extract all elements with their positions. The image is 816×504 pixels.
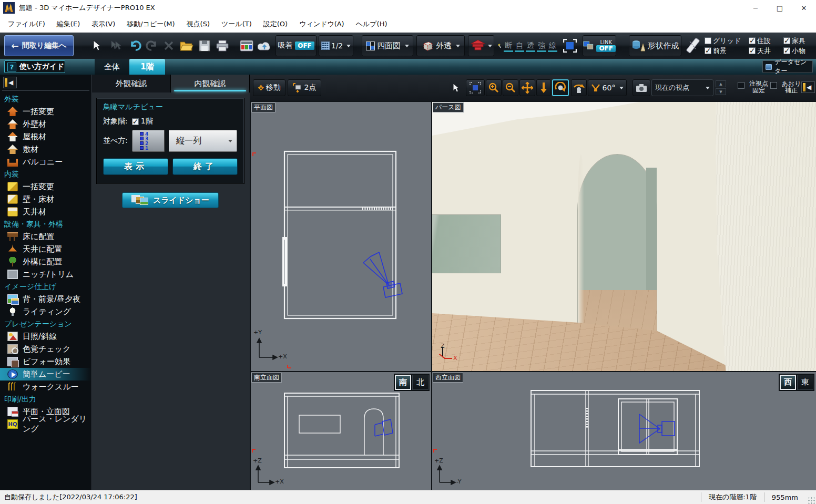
sidebar-item-balcony[interactable]: バルコニー [0, 156, 91, 168]
snap-toggle-button[interactable]: 吸着 OFF [276, 35, 317, 56]
sidebar-item-exterior-batch-change[interactable]: 一括変更 [0, 105, 91, 118]
menu-edit[interactable]: 編集(E) [51, 16, 86, 33]
slideshow-button[interactable]: スライドショー [122, 192, 219, 208]
cloud-upload-button[interactable] [256, 35, 273, 56]
north-button[interactable]: 北 [412, 375, 429, 390]
tab-exterior-check[interactable]: 外観確認 [92, 75, 171, 92]
tab-first-floor[interactable]: 1階 [129, 59, 165, 75]
rotate-view-button[interactable] [552, 79, 569, 96]
tilt-camera-button[interactable] [571, 79, 587, 96]
fix-target-checkbox[interactable]: 注視点固定 [738, 80, 771, 94]
sidebar-item-ceiling-material[interactable]: 天井材 [0, 205, 91, 218]
open-file-button[interactable] [178, 35, 196, 56]
sidebar-item-color-vision-check[interactable]: 色覚チェック [0, 343, 91, 355]
delete-button[interactable] [160, 35, 178, 56]
viewpoint-stepper[interactable]: ▲▼ [715, 79, 727, 96]
grid-scale-dropdown[interactable]: 1/2 [319, 35, 353, 56]
print-button[interactable] [213, 35, 231, 56]
toggle-foreground[interactable]: 前景 [705, 46, 749, 56]
sidebar-item-background-foreground[interactable]: 背・前景/昼夕夜 [0, 293, 91, 305]
move-down-button[interactable] [536, 79, 551, 96]
sidebar-item-interior-batch-change[interactable]: 一括変更 [0, 180, 91, 193]
sidebar-item-sunlight-diagonal[interactable]: 日照/斜線 [0, 330, 91, 343]
usage-guide-button[interactable]: ? 使い方ガイド [4, 60, 65, 73]
target-floor-checkbox[interactable]: 1階 [132, 117, 153, 126]
viewport-south-elevation[interactable]: 南立面図 南 北 [251, 372, 431, 490]
zoom-in-button[interactable] [486, 79, 502, 96]
see-through-dropdown[interactable]: 外透 [416, 35, 465, 56]
right-panel-collapse-button[interactable]: ◀ [801, 81, 815, 93]
viewport-plan[interactable]: 平面図 [251, 102, 431, 371]
back-to-floorplan-button[interactable]: ← 間取り編集へ [4, 35, 74, 56]
menu-help[interactable]: ヘルプ(H) [350, 16, 393, 33]
section-toggle-tou[interactable]: 透 [526, 40, 535, 52]
redo-button[interactable] [143, 35, 161, 56]
shape-create-button[interactable]: 形状作成 [629, 35, 681, 56]
show-button[interactable]: 表示 [103, 158, 168, 175]
sidebar-item-place-on-floor[interactable]: 床に配置 [0, 230, 91, 243]
menu-view[interactable]: 表示(V) [86, 16, 121, 33]
toggle-fixtures[interactable]: 住設 [749, 36, 783, 46]
tab-whole-building[interactable]: 全体 [95, 59, 129, 75]
two-point-button[interactable]: 2点 [288, 79, 321, 96]
section-toggle-kyou[interactable]: 強 [537, 40, 546, 52]
close-button[interactable]: ✕ [792, 0, 816, 16]
section-toggle-dan[interactable]: 断 [504, 40, 513, 52]
pan-button[interactable] [519, 79, 535, 96]
sidebar-item-exterior-wall-material[interactable]: 外壁材 [0, 118, 91, 130]
measure-button[interactable] [684, 35, 701, 56]
multi-select-tool-button[interactable] [107, 35, 125, 56]
south-button[interactable]: 南 [395, 375, 411, 390]
move-camera-button[interactable]: ✥ 移動 [253, 79, 285, 96]
sidebar-item-paving-material[interactable]: 敷材 [0, 143, 91, 156]
east-button[interactable]: 東 [797, 375, 813, 390]
roof-display-dropdown[interactable] [468, 35, 494, 56]
sidebar-item-lighting[interactable]: ライティング [0, 305, 91, 318]
link-toggle-button[interactable]: LINK OFF [583, 35, 616, 56]
section-toggle-sen[interactable]: 線 [548, 40, 557, 52]
menu-move-copy[interactable]: 移動/コピー(M) [121, 16, 180, 33]
sidebar-item-perspective-rendering[interactable]: HQパース・レンダリング [0, 418, 91, 430]
undo-button[interactable] [126, 35, 144, 56]
save-button[interactable] [196, 35, 213, 56]
sidebar-item-before-effect[interactable]: ビフォー効果 [0, 355, 91, 368]
sidebar-item-place-on-ceiling[interactable]: 天井に配置 [0, 243, 91, 255]
sidebar-item-niche-trim[interactable]: ニッチ/トリム [0, 268, 91, 281]
resize-grip[interactable] [808, 497, 815, 504]
tilt-correction-checkbox[interactable]: あおり補正 [770, 80, 803, 94]
toggle-furniture[interactable]: 家具 [783, 36, 816, 46]
data-center-button[interactable]: データセンター [762, 60, 813, 73]
capture-viewpoint-button[interactable] [633, 79, 650, 96]
menu-file[interactable]: ファイル(F) [2, 16, 51, 33]
zoom-out-button[interactable] [503, 79, 518, 96]
viewport-west-elevation[interactable]: 西立面図 西 東 [432, 372, 816, 490]
viewpoint-dropdown[interactable]: 現在の視点 [651, 79, 713, 96]
toggle-accessories[interactable]: 小物 [783, 46, 816, 56]
sidebar-item-roof-material[interactable]: 屋根材 [0, 130, 91, 143]
select-tool-button[interactable] [88, 35, 106, 56]
view-angle-dropdown[interactable]: 60° [588, 79, 627, 96]
fit-view-button[interactable] [466, 79, 485, 96]
sidebar-collapse-button[interactable]: ◀ [3, 77, 17, 88]
menu-settings[interactable]: 設定(O) [258, 16, 293, 33]
menu-viewpoint[interactable]: 視点(S) [181, 16, 216, 33]
west-button[interactable]: 西 [780, 375, 796, 390]
sidebar-item-easy-movie[interactable]: 簡単ムービー [0, 368, 91, 380]
tab-interior-check[interactable]: 内観確認 [171, 75, 250, 92]
sidebar-item-walkthrough[interactable]: ウォークスルー [0, 380, 91, 393]
toggle-grid[interactable]: グリッド [705, 36, 749, 46]
maximize-button[interactable]: □ [768, 0, 792, 16]
four-view-dropdown[interactable]: 四面図 [362, 35, 413, 56]
toggle-ceiling[interactable]: 天井 [749, 46, 783, 56]
arrange-dropdown[interactable]: 縦一列 [169, 130, 237, 152]
frame-select-button[interactable] [560, 35, 579, 56]
minimize-button[interactable]: ─ [743, 0, 768, 16]
sidebar-item-wall-floor-material[interactable]: 壁・床材 [0, 193, 91, 205]
viewport-perspective[interactable]: Z X パース図 [432, 102, 816, 371]
pbd-export-button[interactable] [238, 35, 256, 56]
sidebar-item-place-exterior[interactable]: 外構に配置 [0, 255, 91, 268]
section-toggle-shiro[interactable]: 自 [515, 40, 524, 52]
menu-window[interactable]: ウィンドウ(A) [293, 16, 350, 33]
end-button[interactable]: 終了 [172, 158, 238, 175]
view-select-tool[interactable] [448, 79, 465, 96]
